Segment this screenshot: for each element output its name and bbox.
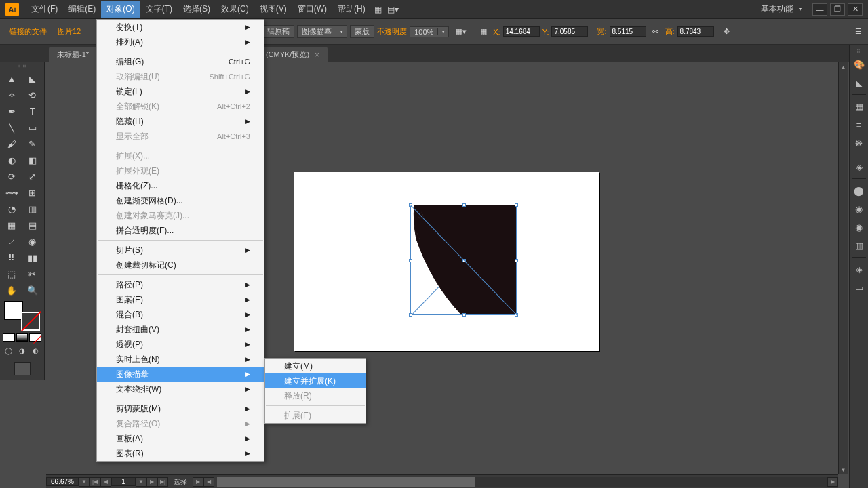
scroll-right-icon[interactable]: ▶ <box>827 477 838 487</box>
zoom-input[interactable] <box>46 477 79 486</box>
gradient-panel-icon[interactable]: ◉ <box>851 201 867 217</box>
workspace-arrow-icon[interactable]: ▾ <box>799 6 802 12</box>
linked-files-label[interactable]: 链接的文件 <box>5 24 51 39</box>
rectangle-tool[interactable]: ▭ <box>22 119 43 136</box>
menu-item[interactable]: 排列(A)▶ <box>97 35 264 49</box>
menu-window[interactable]: 窗口(W) <box>292 1 332 18</box>
stroke-swatch[interactable] <box>21 312 40 331</box>
eyedropper-tool[interactable]: ⟋ <box>1 233 22 249</box>
mask-button[interactable]: 蒙版 <box>350 25 374 38</box>
y-input[interactable] <box>551 26 588 37</box>
menu-item[interactable]: 编组(G)Ctrl+G <box>97 54 264 69</box>
dock-drag-handle[interactable]: ⠿ <box>856 49 862 54</box>
last-artboard-button[interactable]: ▶| <box>157 477 168 487</box>
draw-behind-icon[interactable]: ◑ <box>16 344 28 357</box>
artboard-number-input[interactable] <box>111 477 136 486</box>
color-mode-none[interactable] <box>29 333 41 342</box>
align-panel-icon[interactable]: ▥ <box>851 237 867 253</box>
menu-item[interactable]: 变换(T)▶ <box>97 20 264 35</box>
prev-artboard-button[interactable]: ◀ <box>100 477 111 487</box>
type-tool[interactable]: T <box>22 103 43 119</box>
menu-item[interactable]: 锁定(L)▶ <box>97 84 264 99</box>
scroll-up-icon[interactable]: ▲ <box>839 62 848 72</box>
hand-tool[interactable]: ✋ <box>1 282 22 298</box>
menu-item[interactable]: 混合(B)▶ <box>97 307 264 322</box>
symbols-panel-icon[interactable]: ❋ <box>851 135 867 151</box>
menu-item[interactable]: 实时上色(N)▶ <box>97 352 264 367</box>
magic-wand-tool[interactable]: ✧ <box>1 87 22 103</box>
menu-type[interactable]: 文字(T) <box>140 1 178 18</box>
scroll-down-icon[interactable]: ▼ <box>839 465 848 474</box>
artboards-panel-icon[interactable]: ▭ <box>851 279 867 296</box>
menu-item[interactable]: 切片(S)▶ <box>97 243 264 258</box>
menubar-extra-icon-2[interactable]: ▤▾ <box>386 3 401 16</box>
blob-brush-tool[interactable]: ◐ <box>1 152 22 168</box>
width-tool[interactable]: ⟿ <box>1 184 22 201</box>
color-mode-gradient[interactable] <box>16 333 28 342</box>
menu-item[interactable]: 剪切蒙版(M)▶ <box>97 401 264 416</box>
selection-tool[interactable]: ▲ <box>1 70 22 87</box>
menu-object[interactable]: 对象(O) <box>101 1 140 18</box>
gradient-tool[interactable]: ▤ <box>22 217 43 233</box>
brushes-panel-icon[interactable]: ≡ <box>851 117 867 133</box>
graph-tool[interactable]: ▮▮ <box>22 249 43 266</box>
pencil-tool[interactable]: ✎ <box>22 136 43 152</box>
artboard-tool[interactable]: ⬚ <box>1 266 22 282</box>
minimize-button[interactable]: — <box>812 3 827 16</box>
align-icon[interactable]: ▦▾ <box>454 25 468 39</box>
x-input[interactable] <box>503 26 540 37</box>
menu-item[interactable]: 图表(R)▶ <box>97 446 264 461</box>
transform-ref-icon[interactable]: ▦ <box>477 25 490 39</box>
menu-item[interactable]: 创建渐变网格(D)... <box>97 193 264 208</box>
horizontal-scrollbar[interactable] <box>217 477 827 487</box>
scroll-left-icon[interactable]: ◀ <box>203 477 214 487</box>
color-panel-icon[interactable]: 🎨 <box>851 56 867 73</box>
shape-builder-tool[interactable]: ◔ <box>1 201 22 217</box>
crop-icon[interactable]: ✥ <box>720 25 734 39</box>
screen-mode-button[interactable] <box>14 362 31 375</box>
menu-item[interactable]: 封套扭曲(V)▶ <box>97 322 264 337</box>
menu-item[interactable]: 创建裁切标记(C) <box>97 258 264 272</box>
appearance-panel-icon[interactable]: ◉ <box>851 219 867 235</box>
opacity-dropdown[interactable]: 100% ▼ <box>410 26 449 37</box>
menu-view[interactable]: 视图(V) <box>254 1 292 18</box>
paintbrush-tool[interactable]: 🖌 <box>1 136 22 152</box>
edit-original-button[interactable]: 辑原稿 <box>262 25 294 38</box>
draw-inside-icon[interactable]: ◐ <box>29 344 41 357</box>
mesh-tool[interactable]: ▦ <box>1 217 22 233</box>
pen-tool[interactable]: ✒ <box>1 103 22 119</box>
artboard[interactable] <box>294 172 599 351</box>
menu-edit[interactable]: 编辑(E) <box>63 1 101 18</box>
next-artboard-button[interactable]: ▶ <box>146 477 157 487</box>
menu-item[interactable]: 拼合透明度(F)... <box>97 223 264 238</box>
swatches-panel-icon[interactable]: ◣ <box>851 75 867 91</box>
menu-item[interactable]: 透视(P)▶ <box>97 337 264 352</box>
line-tool[interactable]: ╲ <box>1 119 22 136</box>
rotate-tool[interactable]: ⟳ <box>1 168 22 184</box>
menu-file[interactable]: 文件(F) <box>26 1 63 18</box>
menu-item[interactable]: 建立(M) <box>265 359 366 373</box>
status-menu-icon[interactable]: ▶ <box>193 477 203 487</box>
blend-tool[interactable]: ◉ <box>22 233 43 249</box>
menu-item[interactable]: 路径(P)▶ <box>97 277 264 292</box>
symbol-sprayer-tool[interactable]: ⠿ <box>1 249 22 266</box>
perspective-tool[interactable]: ▥ <box>22 201 43 217</box>
menu-effect[interactable]: 效果(C) <box>216 1 254 18</box>
draw-normal-icon[interactable]: ◯ <box>3 344 15 357</box>
image-tab-label[interactable]: 图片12 <box>54 24 85 39</box>
menu-item[interactable]: 建立并扩展(K) <box>265 373 366 388</box>
transparency-panel-icon[interactable]: ⬤ <box>851 182 867 199</box>
color-mode-solid[interactable] <box>3 333 15 342</box>
menu-item[interactable]: 图案(E)▶ <box>97 292 264 307</box>
zoom-tool[interactable]: 🔍 <box>22 282 43 298</box>
menu-item[interactable]: 文本绕排(W)▶ <box>97 382 264 396</box>
direct-selection-tool[interactable]: ◣ <box>22 70 43 87</box>
layers-panel-icon[interactable]: ◈ <box>851 261 867 277</box>
panel-menu-icon[interactable]: ☰ <box>852 25 865 39</box>
menu-item[interactable]: 图像描摹▶ <box>97 367 264 382</box>
stroke-panel-icon[interactable]: ▦ <box>851 98 867 115</box>
menubar-extra-icon-1[interactable]: ▦ <box>371 3 386 16</box>
zoom-dropdown-icon[interactable]: ▼ <box>79 477 90 487</box>
opacity-label[interactable]: 不透明度 <box>377 26 407 37</box>
scale-tool[interactable]: ⤢ <box>22 168 43 184</box>
